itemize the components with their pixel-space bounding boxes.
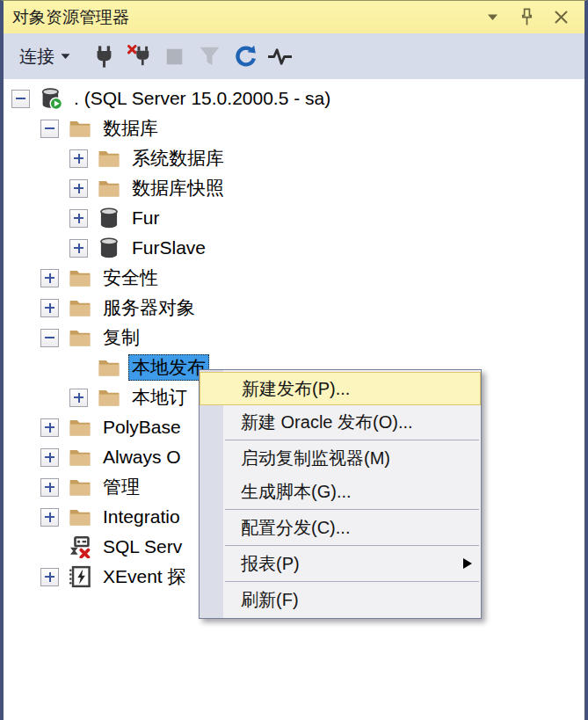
tree-expander[interactable] [69,389,88,407]
menu-separator [225,509,479,510]
tree-row-label: Always O [99,444,185,470]
database-icon [98,207,120,229]
connect-plug-icon [92,45,116,69]
tree-row[interactable]: 数据库快照 [4,173,584,203]
folder-icon [98,177,120,200]
tree-row-label: PolyBase [99,414,185,440]
tree-row[interactable]: 系统数据库 [4,143,584,173]
menu-separator [225,440,479,440]
pin-icon [520,8,534,27]
tree-row-label: 安全性 [99,265,162,291]
object-explorer-toolbar: 连接 [4,33,584,79]
menu-separator [225,581,479,582]
close-icon [554,10,569,25]
tree-row-label: . (SQL Server 15.0.2000.5 - sa) [70,85,334,112]
refresh-button[interactable] [229,40,260,73]
menu-separator [225,545,479,546]
tree-expander[interactable] [69,209,88,228]
tree-row-label: 数据库 [99,115,162,142]
tree-row-label: SQL Serv [99,534,185,560]
tree-row-label: 本地订 [128,384,191,411]
menu-item-label: 新建发布(P)... [242,377,350,401]
pane-titlebar: 对象资源管理器 [4,1,584,33]
folder-icon [98,386,120,409]
pin-button[interactable] [517,7,536,28]
tree-row[interactable]: 安全性 [4,263,584,293]
tree-expander[interactable] [40,478,59,497]
folder-icon [69,476,91,498]
folder-icon [69,296,91,319]
object-explorer-pane: 对象资源管理器 连接 . (SQL Server 15.0.2000.5 - s… [0,0,588,720]
tree-expander[interactable] [40,418,59,437]
tree-expander[interactable] [69,149,88,168]
folder-icon [98,356,120,379]
pane-title: 对象资源管理器 [12,6,483,29]
stop-button [158,40,190,73]
tree-row-label: 服务器对象 [99,295,199,321]
titlebar-buttons [483,7,570,28]
disconnect-plug-icon [127,45,151,69]
folder-icon [69,505,91,528]
tree-row-label: 数据库快照 [128,175,228,201]
tree-row-label: XEvent 探 [99,564,190,590]
connect-dropdown-label: 连接 [19,45,54,69]
menu-item[interactable]: 新建 Oracle 发布(O)... [200,405,481,439]
tree-row[interactable]: 复制 [4,323,584,353]
refresh-icon [233,45,257,69]
tree-expander[interactable] [40,448,59,467]
menu-item-label: 刷新(F) [241,588,299,612]
menu-item[interactable]: 生成脚本(G)... [200,475,481,508]
menu-item[interactable]: 启动复制监视器(M) [200,441,481,475]
tree-expander[interactable] [69,179,88,198]
submenu-arrow-icon [463,558,472,569]
chevron-down-icon [61,53,70,60]
tree-row-label: 本地发布 [128,354,209,381]
filter-button [193,40,225,73]
tree-row-label: Fur [128,205,163,231]
menu-item-label: 生成脚本(G)... [241,480,352,504]
tree-expander[interactable] [69,239,88,258]
tree-row-label: FurSlave [128,235,209,261]
agent-icon [69,535,91,558]
tree-row-label: 复制 [99,324,143,351]
menu-item-label: 启动复制监视器(M) [241,447,390,470]
activity-monitor-button[interactable] [264,40,295,73]
tree-expander[interactable] [40,508,59,527]
tree-row-label: Integratio [99,504,184,530]
tree-row[interactable]: . (SQL Server 15.0.2000.5 - sa) [4,84,584,113]
stop-icon [163,45,186,69]
folder-icon [69,416,91,439]
tree-expander[interactable] [40,269,59,287]
disconnect-button[interactable] [123,40,155,73]
tree-row[interactable]: Fur [4,203,584,233]
tree-row-label: 管理 [99,474,143,500]
connect-dropdown-button[interactable]: 连接 [14,42,76,71]
tree-row[interactable]: FurSlave [4,233,584,263]
menu-item-label: 配置分发(C)... [241,516,350,540]
menu-item[interactable]: 报表(P) [200,547,481,580]
folder-icon [69,266,91,289]
tree-row[interactable]: 服务器对象 [4,293,584,323]
tree-expander[interactable] [40,329,59,347]
menu-item-label: 报表(P) [241,552,300,576]
tree-expander[interactable] [40,299,59,317]
folder-icon [69,446,91,469]
folder-icon [69,326,91,349]
toolbar-buttons [88,40,295,73]
tree-expander[interactable] [11,90,30,108]
folder-icon [69,117,91,140]
chevron-down-icon [487,13,498,21]
activity-monitor-icon [268,45,292,69]
tree-expander[interactable] [40,568,59,586]
connect-button[interactable] [88,40,120,73]
context-menu: 新建发布(P)...新建 Oracle 发布(O)...启动复制监视器(M)生成… [199,369,482,619]
close-button[interactable] [551,7,570,28]
menu-item[interactable]: 新建发布(P)... [200,372,481,405]
menu-item[interactable]: 刷新(F) [200,583,481,616]
window-position-button[interactable] [483,7,502,28]
tree-row[interactable]: 数据库 [4,113,584,143]
filter-icon [198,45,221,69]
menu-item[interactable]: 配置分发(C)... [200,511,481,544]
tree-expander[interactable] [40,120,59,138]
xevent-icon [69,565,91,588]
